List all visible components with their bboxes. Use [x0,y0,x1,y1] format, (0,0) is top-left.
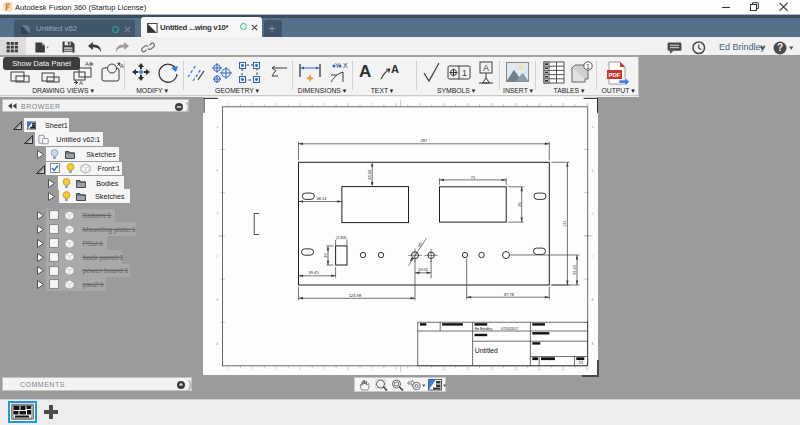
svg-text:Ed Brindley: Ed Brindley [475,327,493,331]
svg-text:A: A [217,342,219,346]
svg-text:A: A [391,63,399,75]
svg-text:3: 3 [276,367,278,371]
svg-text:A: A [483,63,489,73]
svg-text:8: 8 [395,103,397,107]
svg-text:7: 7 [371,103,373,107]
svg-text:48.14: 48.14 [316,196,327,201]
svg-text:1/1: 1/1 [579,361,584,365]
svg-text:39.45: 39.45 [308,271,319,276]
svg-text:8: 8 [395,367,397,371]
svg-text:1: 1 [228,103,230,107]
svg-text:2: 2 [252,367,254,371]
svg-text:⌀5: ⌀5 [416,240,423,247]
svg-text:24.94: 24.94 [367,169,372,180]
svg-text:4: 4 [299,103,301,107]
svg-text:6: 6 [347,367,349,371]
svg-text:A: A [592,342,594,346]
svg-text:?: ? [777,42,783,53]
svg-text:1: 1 [228,367,230,371]
svg-text:6: 6 [347,103,349,107]
svg-text:16: 16 [586,103,589,107]
svg-text:11: 11 [466,367,469,371]
svg-text:14: 14 [538,103,541,107]
svg-text:13: 13 [514,103,517,107]
svg-text:X: X [343,62,348,69]
svg-text:11: 11 [466,103,469,107]
svg-text:9: 9 [419,367,421,371]
svg-text:Untitled: Untitled [475,347,498,354]
svg-text:26: 26 [517,202,522,207]
svg-text:12: 12 [490,103,493,107]
svg-text:(2.83): (2.83) [336,235,347,240]
svg-text:F: F [592,126,594,130]
svg-text:1: 1 [586,63,590,70]
svg-text:123.98: 123.98 [349,293,362,298]
svg-text:33.43: 33.43 [572,264,577,275]
svg-text:131: 131 [562,220,567,227]
svg-text:10: 10 [442,103,445,107]
svg-text:PDF: PDF [609,72,621,78]
svg-text:20: 20 [323,253,328,258]
svg-text:5: 5 [323,103,325,107]
svg-text:5: 5 [323,367,325,371]
svg-text:B: B [217,298,219,302]
svg-text:C: C [217,255,219,259]
svg-text:4: 4 [299,367,301,371]
svg-text:12: 12 [490,367,493,371]
svg-text:19.05: 19.05 [418,267,429,272]
svg-text:A: A [79,80,83,85]
svg-text:B: B [592,298,594,302]
svg-text:9: 9 [419,103,421,107]
svg-text:10: 10 [442,367,445,371]
svg-text:C: C [592,255,594,259]
svg-text:71: 71 [471,175,476,180]
svg-text:E: E [592,169,594,173]
svg-text:15: 15 [562,367,565,371]
svg-text:2: 2 [252,103,254,107]
svg-text:3: 3 [276,103,278,107]
svg-text:7: 7 [371,367,373,371]
svg-text:13: 13 [514,367,517,371]
svg-text:F: F [217,126,219,130]
svg-text:287: 287 [421,139,428,144]
svg-text:E: E [217,169,219,173]
svg-text:16: 16 [586,367,589,371]
svg-text:1: 1 [462,68,467,78]
svg-text:15: 15 [562,103,565,107]
svg-text:D: D [217,212,219,216]
svg-text:07/10/2017: 07/10/2017 [501,327,518,331]
svg-text:A: A [85,61,89,67]
svg-text:14: 14 [538,367,541,371]
svg-text:D: D [592,212,594,216]
svg-text:87.78: 87.78 [504,292,515,297]
